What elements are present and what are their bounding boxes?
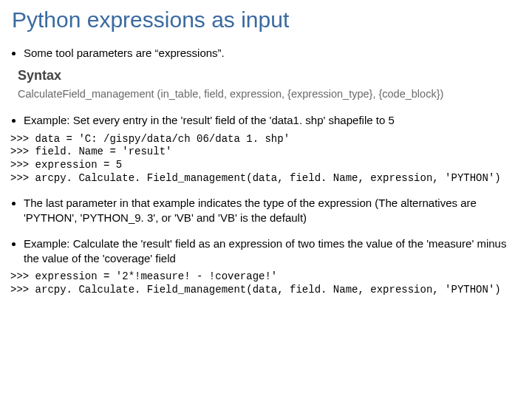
bullet-list-1: Some tool parameters are “expressions”. bbox=[24, 46, 522, 61]
bullet-intro: Some tool parameters are “expressions”. bbox=[24, 46, 522, 61]
syntax-signature: CalculateField_management (in_table, fie… bbox=[18, 88, 522, 100]
bullet-last-param: The last parameter in that example indic… bbox=[24, 196, 522, 226]
code-block-2: >>> expression = '2*!measure! - !coverag… bbox=[10, 270, 522, 297]
bullet-list-3: The last parameter in that example indic… bbox=[24, 196, 522, 226]
slide-title: Python expressions as input bbox=[12, 7, 522, 33]
code-block-1: >>> data = 'C: /gispy/data/ch 06/data 1.… bbox=[10, 133, 522, 186]
bullet-list-2: Example: Set every entry in the 'result'… bbox=[24, 113, 522, 128]
bullet-example-2: Example: Calculate the 'result' field as… bbox=[24, 236, 522, 267]
syntax-box: Syntax CalculateField_management (in_tab… bbox=[18, 68, 522, 100]
bullet-example-1: Example: Set every entry in the 'result'… bbox=[24, 113, 522, 128]
bullet-list-4: Example: Calculate the 'result' field as… bbox=[24, 236, 522, 267]
slide: Python expressions as input Some tool pa… bbox=[0, 0, 532, 315]
syntax-heading: Syntax bbox=[18, 68, 522, 83]
